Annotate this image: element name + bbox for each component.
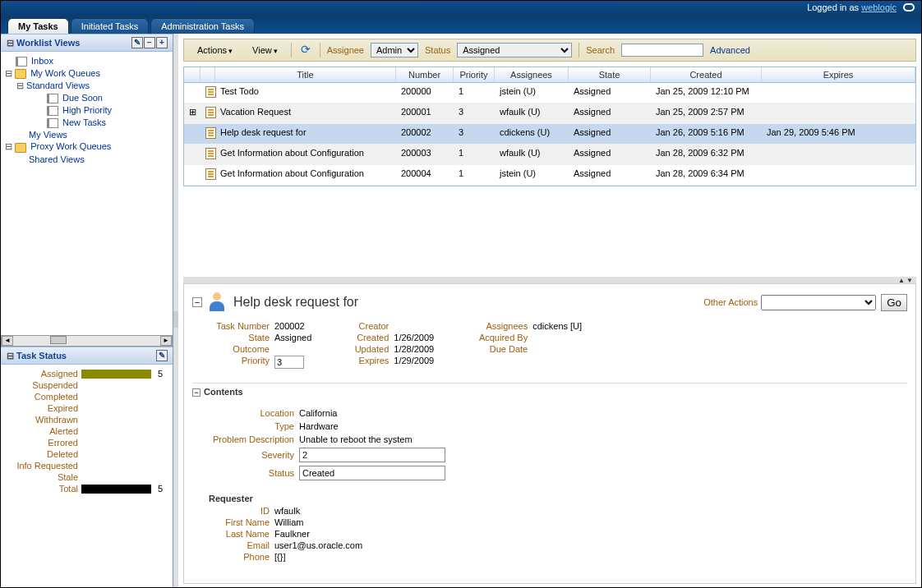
table-row[interactable]: ⊞Vacation Request2000013wfaulk (U)Assign… [184, 103, 915, 124]
col-state[interactable]: State [569, 67, 651, 82]
cell-assignee: jstein (U) [495, 167, 569, 183]
severity-input[interactable] [299, 448, 445, 462]
ts-label: Suspended [12, 380, 78, 390]
collapse-icon[interactable]: ⊟ [6, 38, 14, 48]
task-detail: − Help desk request for Other Actions Go… [183, 283, 916, 584]
task-status-row: Stale [2, 471, 163, 483]
cell-number: 200002 [396, 126, 454, 142]
plus-icon[interactable]: + [156, 37, 168, 48]
ts-label: Stale [12, 472, 78, 482]
table-row[interactable]: Help desk request for2000023cdickens (U)… [184, 124, 915, 145]
expand-icon[interactable] [184, 85, 201, 101]
tab-initiated-tasks[interactable]: Initiated Tasks [71, 18, 150, 34]
ts-label: Info Requested [12, 461, 78, 471]
status-input[interactable] [299, 466, 445, 480]
cell-state: Assigned [569, 85, 651, 101]
tree-shared-views[interactable]: Shared Views [2, 154, 171, 165]
tree-due-soon[interactable]: Due Soon [2, 92, 171, 104]
problem-label: Problem Description [201, 434, 299, 444]
assignee-select[interactable]: Admin [371, 43, 418, 57]
scroll-left-icon[interactable]: ◄ [2, 336, 13, 346]
ts-label: Alerted [12, 426, 78, 436]
task-status-row: Alerted [2, 425, 163, 437]
go-button[interactable]: Go [881, 294, 907, 311]
col-priority[interactable]: Priority [454, 67, 495, 82]
view-menu[interactable]: View [246, 44, 284, 56]
col-expires[interactable]: Expires [762, 67, 915, 82]
tree-high-priority[interactable]: High Priority [2, 104, 171, 117]
tab-my-tasks[interactable]: My Tasks [7, 18, 69, 34]
col-number[interactable]: Number [396, 67, 454, 82]
tree-proxy-work-queues[interactable]: ⊟ Proxy Work Queues [2, 140, 171, 153]
updated-label: Updated [344, 344, 394, 354]
expand-icon[interactable] [184, 126, 201, 142]
expires-label: Expires [344, 356, 394, 365]
expand-icon[interactable]: ⊟ [16, 80, 24, 91]
horizontal-splitter[interactable]: ▲ ▼ [183, 277, 916, 283]
detail-header: − Help desk request for Other Actions Go [192, 287, 907, 317]
creator-label: Creator [344, 321, 394, 331]
tree-standard-views[interactable]: ⊟ Standard Views [2, 80, 171, 92]
req-first-value: William [274, 517, 303, 527]
table-row[interactable]: Get Information about Configuration20000… [184, 145, 915, 165]
tab-administration-tasks[interactable]: Administration Tasks [150, 18, 255, 34]
doc-icon [201, 126, 215, 142]
location-label: Location [201, 408, 299, 418]
grid-body: Test Todo2000001jstein (U)AssignedJan 25… [184, 83, 915, 186]
col-title[interactable]: Title [215, 67, 396, 82]
scroll-right-icon[interactable]: ► [160, 336, 172, 346]
ts-bar [81, 381, 151, 390]
grid-header: Title Number Priority Assignees State Cr… [184, 67, 915, 83]
status-select[interactable]: Assigned [457, 43, 572, 57]
scroll-thumb[interactable] [50, 336, 67, 344]
refresh-icon[interactable]: ⟳ [298, 43, 313, 57]
cell-title: Test Todo [215, 85, 396, 101]
ts-bar [81, 439, 151, 448]
other-actions-select[interactable] [761, 295, 876, 310]
tree-inbox[interactable]: Inbox [31, 56, 53, 66]
expand-icon[interactable]: ⊟ [4, 141, 12, 152]
actions-menu[interactable]: Actions [191, 44, 239, 56]
priority-input[interactable] [274, 356, 304, 369]
cell-expires [762, 146, 873, 163]
advanced-link[interactable]: Advanced [710, 45, 750, 55]
ts-count: 5 [154, 369, 163, 379]
table-row[interactable]: Test Todo2000001jstein (U)AssignedJan 25… [184, 83, 915, 103]
edit-icon[interactable]: ✎ [131, 37, 143, 48]
ts-count: 5 [154, 484, 163, 494]
cell-created: Jan 26, 2009 5:16 PM [651, 126, 762, 142]
collapse-icon[interactable]: ⊟ [6, 351, 14, 361]
type-label: Type [201, 421, 299, 431]
page-icon [47, 94, 58, 103]
assignee-label: Assignee [327, 45, 364, 55]
worklist-tree: Inbox ⊟ My Work Queues ⊟ Standard Views … [1, 52, 173, 335]
tree-new-tasks[interactable]: New Tasks [2, 117, 171, 129]
tree-my-views[interactable]: My Views [2, 129, 171, 140]
task-grid: Title Number Priority Assignees State Cr… [183, 67, 916, 186]
expand-icon[interactable] [184, 167, 201, 183]
req-phone-label: Phone [201, 552, 274, 562]
cell-title: Get Information about Configuration [215, 146, 396, 163]
ts-bar [81, 427, 151, 436]
user-link[interactable]: weblogic [861, 2, 897, 12]
table-row[interactable]: Get Information about Configuration20000… [184, 165, 915, 186]
task-number-label: Task Number [209, 321, 274, 331]
task-meta: Task Number200002 StateAssigned Outcome … [192, 317, 907, 378]
cell-state: Assigned [569, 146, 651, 163]
tree-my-work-queues[interactable]: ⊟ My Work Queues [2, 67, 171, 80]
col-created[interactable]: Created [651, 67, 762, 82]
minus-icon[interactable]: − [144, 37, 155, 48]
cell-number: 200003 [396, 146, 454, 163]
col-assignees[interactable]: Assignees [495, 67, 569, 82]
priority-label: Priority [209, 356, 274, 369]
collapse-icon[interactable]: − [192, 388, 201, 397]
expand-icon[interactable]: ⊞ [184, 105, 201, 122]
sidebar-hscroll[interactable]: ◄ ► [1, 335, 173, 347]
expand-icon[interactable]: ⊟ [4, 68, 12, 79]
search-input[interactable] [621, 44, 703, 57]
collapse-icon[interactable]: − [192, 297, 202, 307]
req-id-value: wfaulk [274, 506, 300, 516]
edit-icon[interactable]: ✎ [156, 350, 168, 361]
expires-value: 1/29/2009 [394, 356, 434, 365]
expand-icon[interactable] [184, 146, 201, 163]
